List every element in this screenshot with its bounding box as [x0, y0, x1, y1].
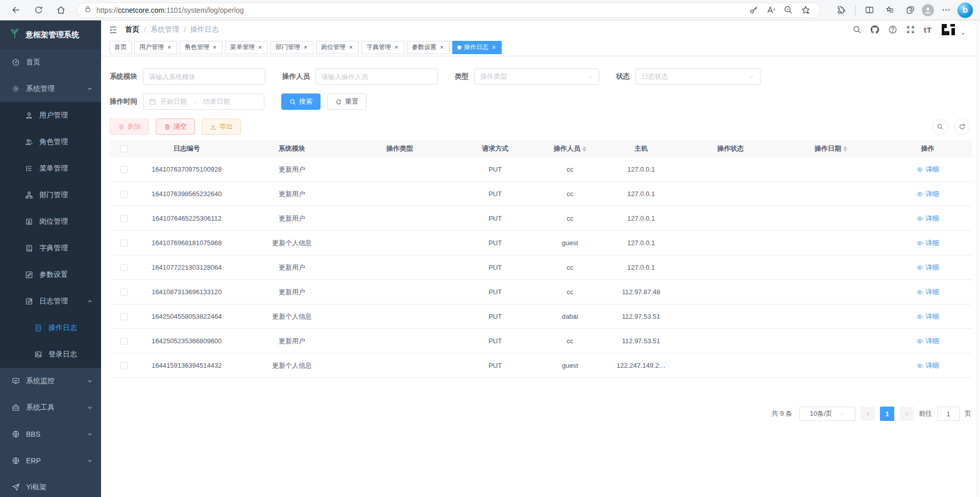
detail-link[interactable]: 详细: [916, 214, 939, 223]
tab-close-icon[interactable]: ×: [491, 44, 497, 51]
sidebar-item-role-mgmt[interactable]: 角色管理: [0, 129, 101, 155]
page-number-active[interactable]: 1: [880, 407, 894, 421]
sidebar-item-erp[interactable]: ERP: [0, 447, 101, 474]
sidebar-item-post-mgmt[interactable]: 岗位管理: [0, 208, 101, 235]
sidebar-item-menu-mgmt[interactable]: 菜单管理: [0, 155, 101, 182]
row-checkbox[interactable]: [120, 264, 128, 271]
detail-link[interactable]: 详细: [916, 190, 939, 199]
tab-close-icon[interactable]: ×: [439, 44, 445, 51]
date-range-picker[interactable]: 开始日期 - 结束日期: [143, 93, 264, 110]
sidebar-item-system-mgmt[interactable]: 系统管理: [0, 76, 101, 102]
help-icon[interactable]: [888, 25, 897, 34]
tab-close-icon[interactable]: ×: [212, 44, 217, 51]
row-checkbox[interactable]: [120, 289, 128, 296]
sidebar-item-system-monitor[interactable]: 系统监控: [0, 368, 101, 394]
read-aloud-icon[interactable]: [764, 3, 778, 18]
sidebar-item-login-log[interactable]: 登录日志: [0, 341, 101, 368]
detail-link[interactable]: 详细: [916, 288, 939, 297]
table-refresh-icon[interactable]: [954, 119, 970, 135]
password-key-icon[interactable]: [746, 3, 761, 18]
favorites-bar-icon[interactable]: [881, 3, 898, 18]
tab-close-icon[interactable]: ×: [348, 44, 354, 51]
split-screen-icon[interactable]: [861, 3, 878, 18]
row-checkbox[interactable]: [120, 313, 128, 320]
breadcrumb-item[interactable]: 操作日志: [190, 25, 219, 34]
row-checkbox[interactable]: [120, 191, 128, 198]
extensions-icon[interactable]: [832, 3, 850, 18]
refresh-icon[interactable]: [30, 3, 47, 18]
page-size-select[interactable]: 10条/页: [799, 407, 855, 421]
sort-caret-icon[interactable]: [843, 146, 847, 152]
tab-dept-mgmt[interactable]: 部门管理×: [271, 41, 313, 54]
tab-close-icon[interactable]: ×: [166, 44, 172, 51]
row-checkbox[interactable]: [120, 362, 128, 369]
zoom-out-icon[interactable]: [781, 3, 795, 18]
status-select[interactable]: 日志状态: [635, 68, 761, 85]
row-checkbox[interactable]: [120, 166, 128, 173]
favorite-add-icon[interactable]: [798, 3, 813, 18]
export-button[interactable]: 导出: [202, 119, 241, 135]
tab-menu-mgmt[interactable]: 菜单管理×: [225, 41, 268, 54]
type-select[interactable]: 操作类型: [474, 68, 599, 85]
prev-page-button[interactable]: [861, 407, 875, 421]
sidebar-item-param-settings[interactable]: 参数设置: [0, 262, 101, 288]
tab-role-mgmt[interactable]: 角色管理×: [180, 41, 223, 54]
breadcrumb-item[interactable]: 系统管理: [151, 25, 179, 34]
next-page-button[interactable]: [899, 407, 914, 421]
tab-dict-mgmt[interactable]: 字典管理×: [361, 41, 404, 54]
detail-link[interactable]: 详细: [916, 337, 939, 346]
row-checkbox[interactable]: [120, 240, 128, 247]
sidebar-item-log-mgmt[interactable]: 日志管理: [0, 288, 101, 315]
sidebar-item-user-mgmt[interactable]: 用户管理: [0, 102, 101, 129]
operator-input[interactable]: [322, 73, 432, 81]
home-icon[interactable]: [52, 3, 69, 18]
column-header[interactable]: 操作日期: [779, 144, 883, 153]
fontsize-icon[interactable]: tT: [924, 26, 932, 34]
table-search-icon[interactable]: [932, 119, 948, 135]
column-header[interactable]: 操作人员: [540, 144, 600, 153]
page-scrollbar[interactable]: [976, 20, 980, 497]
sidebar-item-dept-mgmt[interactable]: 部门管理: [0, 182, 101, 208]
user-dropdown-caret-icon[interactable]: [961, 31, 966, 36]
breadcrumb-item[interactable]: 首页: [125, 25, 139, 34]
sidebar-item-yi-framework[interactable]: Yi框架: [0, 474, 101, 497]
module-input[interactable]: [149, 73, 259, 81]
detail-link[interactable]: 详细: [916, 361, 939, 370]
sidebar-item-dict-mgmt[interactable]: 字典管理: [0, 235, 101, 262]
tab-user-mgmt[interactable]: 用户管理×: [134, 41, 177, 54]
tab-close-icon[interactable]: ×: [303, 44, 308, 51]
user-avatar[interactable]: [941, 23, 956, 36]
back-icon[interactable]: [7, 3, 24, 18]
goto-page-input[interactable]: [937, 407, 960, 421]
select-all-checkbox[interactable]: [120, 145, 128, 152]
sidebar-item-bbs[interactable]: BBS: [0, 421, 101, 447]
collections-icon[interactable]: [901, 3, 919, 18]
tab-post-mgmt[interactable]: 岗位管理×: [316, 41, 359, 54]
row-checkbox[interactable]: [120, 338, 128, 345]
more-menu-icon[interactable]: [937, 3, 954, 18]
tab-close-icon[interactable]: ×: [394, 44, 399, 51]
browser-profile-avatar[interactable]: [922, 4, 934, 16]
sidebar-item-oper-log[interactable]: 操作日志: [0, 315, 101, 341]
detail-link[interactable]: 详细: [916, 312, 939, 321]
github-icon[interactable]: [870, 25, 879, 34]
delete-button[interactable]: 删除: [110, 119, 149, 135]
row-checkbox[interactable]: [120, 215, 128, 222]
detail-link[interactable]: 详细: [916, 263, 939, 272]
bing-icon[interactable]: b: [958, 3, 973, 18]
detail-link[interactable]: 详细: [916, 165, 939, 174]
tab-oper-log[interactable]: 操作日志×: [452, 41, 502, 54]
tab-close-icon[interactable]: ×: [257, 44, 263, 51]
address-bar[interactable]: https://ccnetcore.com:1101/system/log/op…: [77, 3, 820, 18]
reset-button[interactable]: 重置: [327, 93, 366, 110]
tab-param-settings[interactable]: 参数设置×: [407, 41, 450, 54]
sidebar-item-system-tools[interactable]: 系统工具: [0, 394, 101, 421]
sidebar-item-home[interactable]: 首页: [0, 49, 101, 76]
sidebar-collapse-icon[interactable]: [108, 25, 118, 35]
search-button[interactable]: 搜索: [281, 93, 321, 110]
search-icon[interactable]: [852, 25, 862, 34]
app-logo[interactable]: 意框架管理系统: [0, 20, 101, 49]
sort-caret-icon[interactable]: [582, 146, 586, 152]
detail-link[interactable]: 详细: [916, 239, 939, 248]
clear-button[interactable]: 清空: [156, 119, 195, 135]
